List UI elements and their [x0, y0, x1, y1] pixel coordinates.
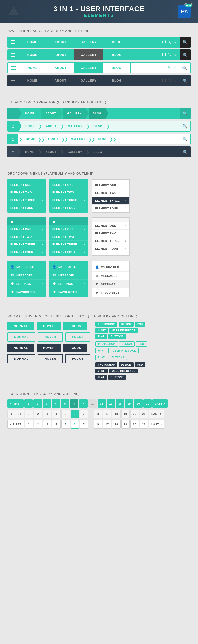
bc4-gallery[interactable]: GALLERY: [64, 146, 86, 157]
pag-1-7[interactable]: 7: [79, 399, 88, 408]
bc3-home[interactable]: HOME: [23, 134, 38, 144]
twitter-icon-3[interactable]: 𝕏: [168, 66, 171, 70]
dd2-item1[interactable]: ELEMENT ONE: [50, 181, 88, 189]
pm1-messages[interactable]: ✉ MESSAGES: [8, 271, 46, 280]
search-icon-bc4[interactable]: 🔍: [180, 146, 190, 157]
tag-design-1[interactable]: DESIGN: [118, 322, 134, 326]
search-button-2[interactable]: 🔍: [180, 50, 190, 60]
dd3-item2[interactable]: ELEMENT TWO: [92, 189, 130, 197]
pag-first-1[interactable]: < FIRST: [8, 399, 24, 408]
tag-photoshop-2[interactable]: PHOTOSHOP: [95, 342, 118, 346]
nav-link-about-3[interactable]: ABOUT: [47, 63, 75, 73]
bc2-home[interactable]: HOME: [22, 121, 38, 132]
tag-ui-3[interactable]: USER INTERFACE: [110, 369, 138, 373]
pag-1-2[interactable]: 2: [34, 399, 42, 408]
bc1-home[interactable]: HOME: [21, 108, 38, 119]
hover-btn-2[interactable]: HOVER: [38, 332, 63, 342]
dd2-item3[interactable]: ELEMENT THREE ›: [50, 196, 88, 204]
pag-2-4[interactable]: 4: [52, 410, 61, 418]
tag-buttons-1[interactable]: BUTTONS: [108, 334, 126, 339]
tumblr-icon-3[interactable]: t: [161, 66, 162, 70]
focus-btn-1[interactable]: FOCUS: [63, 322, 87, 330]
twitter-icon-4[interactable]: 𝕏: [168, 78, 171, 83]
dd4-item4[interactable]: ELEMENT FOUR ›: [8, 248, 46, 256]
tag-psd-1[interactable]: PSD: [135, 322, 145, 326]
pag-1-4[interactable]: 4: [52, 399, 60, 408]
bc2-about[interactable]: ABOUT: [42, 121, 61, 132]
pag-2-3[interactable]: 3: [43, 410, 52, 418]
bc1-about[interactable]: ABOUT: [41, 108, 60, 119]
pm3-favourites[interactable]: ★ FAVOURITES: [92, 288, 130, 297]
pag-3-1[interactable]: 1: [25, 420, 33, 428]
pag-3-16[interactable]: 16: [94, 420, 102, 428]
bc2-blog[interactable]: BLOG: [90, 121, 106, 132]
facebook-icon-3[interactable]: f: [164, 66, 166, 70]
dd6-item4[interactable]: ELEMENT FOUR ›: [92, 245, 130, 252]
normal-btn-3[interactable]: NORMAL: [8, 344, 34, 352]
pag-1-16[interactable]: 16: [98, 399, 106, 408]
dd3-item4[interactable]: ELEMENT FOUR: [92, 204, 130, 212]
bc3-gallery[interactable]: GALLERY: [68, 134, 88, 144]
bc4-blog[interactable]: BLOG: [89, 146, 106, 157]
dd2-item2[interactable]: ELEMENT TWO: [50, 189, 88, 196]
hamburger-icon-1[interactable]: [8, 36, 18, 48]
pag-last-2[interactable]: LAST >: [149, 410, 164, 418]
pm2-settings[interactable]: ⚙ SETTINGS ›: [50, 280, 88, 288]
dd5-item3[interactable]: ELEMENT THREE ›: [50, 241, 88, 248]
dd5-item1[interactable]: ELEMENT ONE ›: [50, 226, 88, 233]
dd1-item3[interactable]: ELEMENT THREE ›: [8, 196, 46, 204]
nav-link-gallery-3[interactable]: GALLERY: [75, 63, 103, 73]
pag-2-17[interactable]: 17: [103, 410, 112, 418]
pag-3-7[interactable]: 7: [80, 420, 88, 428]
home-icon-bc4[interactable]: ⌂: [8, 146, 18, 157]
tag-uikit-2[interactable]: UI KIT: [95, 348, 109, 353]
pag-3-20[interactable]: 20: [130, 420, 139, 428]
facebook-icon-2[interactable]: f: [165, 53, 166, 57]
pag-2-7[interactable]: 7: [80, 410, 88, 418]
nav-link-blog-2[interactable]: BLOG: [103, 50, 131, 60]
hover-btn-4[interactable]: HOVER: [38, 354, 63, 364]
bc3-blog[interactable]: BLOG: [95, 134, 110, 144]
nav-link-about-4[interactable]: ABOUT: [46, 75, 75, 86]
bc4-home[interactable]: HOME: [21, 146, 38, 157]
tumblr-icon[interactable]: t: [162, 40, 163, 44]
focus-btn-3[interactable]: FOCUS: [63, 344, 87, 352]
pag-3-3[interactable]: 3: [43, 420, 52, 428]
nav-link-about-2[interactable]: ABOUT: [46, 50, 75, 60]
nav-link-home-3[interactable]: HOME: [19, 63, 47, 73]
nav-link-gallery-4[interactable]: GALLERY: [74, 75, 103, 86]
pag-3-19[interactable]: 19: [121, 420, 130, 428]
nav-link-home-1[interactable]: HOME: [18, 36, 46, 48]
pag-3-18[interactable]: 18: [112, 420, 120, 428]
tag-psd-2[interactable]: PSD: [136, 342, 147, 346]
dd5-item4[interactable]: ELEMENT FOUR ›: [50, 248, 88, 256]
pm1-settings[interactable]: ⚙ SETTINGS ›: [8, 280, 46, 288]
nav-link-gallery-1[interactable]: GALLERY: [74, 36, 103, 48]
bc2-gallery[interactable]: GALLERY: [64, 121, 86, 132]
focus-btn-2[interactable]: FOCUS: [65, 332, 90, 342]
pm3-messages[interactable]: ✉ MESSAGES: [92, 272, 130, 280]
home-icon-bc3[interactable]: ⌂: [8, 134, 18, 144]
nav-link-blog-3[interactable]: BLOG: [103, 63, 131, 73]
pag-1-5[interactable]: 5: [61, 399, 69, 408]
pag-3-4[interactable]: 4: [52, 420, 61, 428]
dd5-item2[interactable]: ELEMENT TWO ›: [50, 233, 88, 241]
pag-2-1[interactable]: 1: [25, 410, 33, 418]
pag-first-2[interactable]: < FIRST: [8, 410, 24, 418]
dd6-item3[interactable]: ELEMENT THREE ›: [92, 237, 130, 245]
nav-link-blog-1[interactable]: BLOG: [103, 36, 131, 48]
twitter-icon-2[interactable]: 𝕏: [168, 53, 171, 58]
twitter-icon[interactable]: 𝕏: [168, 40, 171, 44]
pm2-profile[interactable]: 👤 MY PROFILE: [50, 263, 88, 271]
pag-3-21[interactable]: 21: [140, 420, 148, 428]
bc1-gallery[interactable]: GALLERY: [63, 108, 86, 119]
pag-3-17[interactable]: 17: [103, 420, 112, 428]
tumblr-icon-4[interactable]: t: [162, 78, 163, 83]
pm2-messages[interactable]: ✉ MESSAGES: [50, 271, 88, 280]
tag-uikit-3[interactable]: UI KIT: [95, 369, 108, 373]
dd1-item2[interactable]: ELEMENT TWO: [8, 189, 46, 196]
home-icon-bc1[interactable]: ⌂: [8, 108, 18, 119]
search-button-4[interactable]: 🔍: [180, 75, 190, 86]
rss-icon-3[interactable]: ☆: [173, 66, 176, 70]
facebook-icon-4[interactable]: f: [165, 78, 166, 83]
